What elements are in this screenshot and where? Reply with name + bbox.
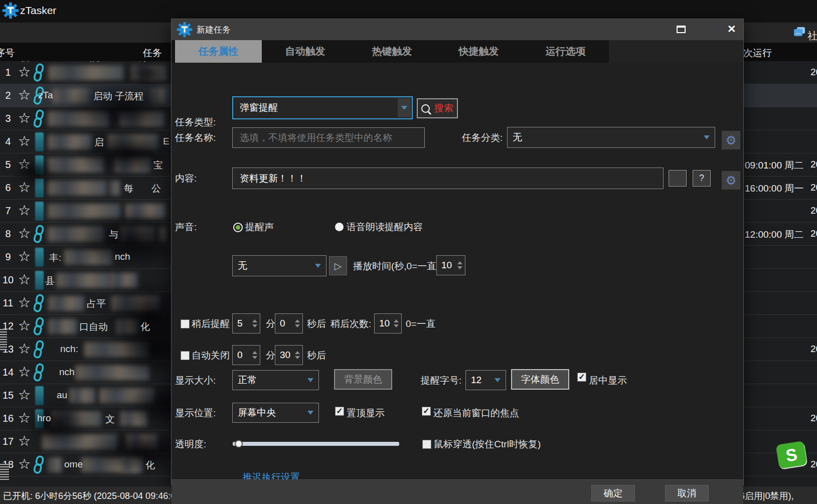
redaction-smudge <box>125 59 171 88</box>
close-icon[interactable]: ✕ <box>727 23 736 35</box>
later-seconds-spinner[interactable]: 0 <box>275 313 303 333</box>
favorite-star-icon[interactable]: ☆ <box>18 202 31 219</box>
community-button-label[interactable]: 社 <box>807 29 817 43</box>
linked-task-chain-icon <box>33 340 44 362</box>
remind-later-checkbox[interactable] <box>181 319 190 328</box>
content-input[interactable] <box>239 173 657 185</box>
spinner-arrows-icon[interactable] <box>252 314 257 333</box>
tray-s-icon[interactable]: S <box>776 441 807 469</box>
cancel-button[interactable]: 取消 <box>665 485 709 501</box>
task-type-color-icon <box>35 271 44 290</box>
left-scrollbar-grip[interactable] <box>0 464 9 480</box>
favorite-star-icon[interactable]: ☆ <box>18 294 31 311</box>
sound-select[interactable]: 无 <box>232 255 326 276</box>
play-time-spinner[interactable]: 10 <box>436 255 465 275</box>
content-extra-button[interactable] <box>669 170 687 187</box>
ztasker-logo-icon <box>2 2 19 19</box>
clipped-date-value: 20 <box>810 67 817 78</box>
favorite-star-icon[interactable]: ☆ <box>18 110 31 126</box>
opacity-slider-thumb[interactable] <box>235 440 243 448</box>
favorite-star-icon[interactable]: ☆ <box>18 317 31 334</box>
spinner-arrows-icon[interactable] <box>295 346 300 365</box>
clipped-date-value: 20 <box>810 459 817 470</box>
play-time-label: 播放时间(秒,0=一直): <box>353 260 442 273</box>
favorite-star-icon[interactable]: ☆ <box>18 87 31 103</box>
dialog-tab[interactable]: 任务属性 <box>175 40 262 63</box>
bg-color-button[interactable]: 背景颜色 <box>334 369 392 390</box>
favorite-star-icon[interactable]: ☆ <box>18 248 31 265</box>
chevron-down-icon <box>704 135 710 139</box>
task-name-fragment: 每 <box>124 182 133 195</box>
display-size-select[interactable]: 正常 <box>232 370 319 390</box>
center-display-checkbox[interactable]: ✓ <box>577 373 586 382</box>
task-category-label: 任务分类: <box>462 131 503 144</box>
display-pos-select[interactable]: 屏幕中央 <box>232 403 319 423</box>
task-name-fragment: 宝 <box>153 159 163 172</box>
content-help-button[interactable]: ? <box>693 170 711 187</box>
later-count-value: 10 <box>379 318 390 329</box>
alert-sound-radio-label[interactable]: 提醒声 <box>245 221 274 234</box>
dialog-tab[interactable]: 快捷触发 <box>435 40 522 63</box>
later-count-spinner[interactable]: 10 <box>374 313 402 333</box>
spinner-arrows-icon[interactable] <box>252 346 257 365</box>
dialog-tab[interactable]: 自动触发 <box>262 40 349 63</box>
favorite-star-icon[interactable]: ☆ <box>18 225 31 242</box>
task-category-value: 无 <box>513 131 522 144</box>
favorite-star-icon[interactable]: ☆ <box>18 133 31 149</box>
column-header-next-run[interactable]: 次运行 <box>743 47 772 60</box>
topmost-label[interactable]: 置顶显示 <box>347 407 385 420</box>
tts-radio-label[interactable]: 语音朗读提醒内容 <box>347 221 423 234</box>
remind-later-label[interactable]: 稍后提醒 <box>192 317 230 330</box>
chevron-down-icon <box>401 106 407 110</box>
favorite-star-icon[interactable]: ☆ <box>18 341 31 357</box>
category-settings-gear-button[interactable]: ⚙ <box>722 131 740 149</box>
auto-close-checkbox[interactable] <box>181 351 190 360</box>
task-type-select[interactable]: 弹窗提醒 <box>232 96 413 119</box>
spinner-arrows-icon[interactable] <box>295 314 300 333</box>
linked-task-chain-icon <box>33 293 44 315</box>
sound-label: 声音: <box>175 221 197 234</box>
column-header-task[interactable]: 任务 <box>143 47 162 60</box>
task-name-fragment: 口自动 <box>79 320 108 333</box>
task-type-dropdown-button[interactable] <box>398 98 411 117</box>
auto-close-label[interactable]: 自动关闭 <box>192 349 230 362</box>
opacity-slider-track[interactable] <box>233 442 399 446</box>
column-header-index[interactable]: 序号 <box>0 47 15 60</box>
later-minutes-spinner[interactable]: 5 <box>232 313 260 333</box>
task-index: 2 <box>0 90 16 101</box>
favorite-star-icon[interactable]: ☆ <box>18 64 31 80</box>
favorite-star-icon[interactable]: ☆ <box>18 456 31 472</box>
autoclose-seconds-spinner[interactable]: 30 <box>275 345 303 365</box>
center-display-label[interactable]: 居中显示 <box>589 374 627 387</box>
favorite-star-icon[interactable]: ☆ <box>18 271 31 288</box>
task-category-select[interactable]: 无 <box>507 127 715 148</box>
autoclose-minutes-spinner[interactable]: 0 <box>232 345 260 365</box>
restore-focus-label[interactable]: 还原当前窗口的焦点 <box>433 407 519 420</box>
restore-focus-checkbox[interactable]: ✓ <box>422 407 431 416</box>
community-chat-icon[interactable]: … <box>794 27 806 39</box>
dialog-tab[interactable]: 运行选项 <box>522 40 609 63</box>
alert-sound-radio[interactable] <box>233 223 243 232</box>
font-color-button[interactable]: 字体颜色 <box>511 369 569 390</box>
tts-radio[interactable] <box>335 223 344 231</box>
play-sound-button[interactable]: ▷ <box>329 256 347 275</box>
content-settings-gear-button[interactable]: ⚙ <box>722 171 740 190</box>
spinner-arrows-icon[interactable] <box>457 256 462 275</box>
topmost-checkbox[interactable]: ✓ <box>335 407 344 416</box>
task-name-input[interactable] <box>239 132 418 144</box>
maximize-restore-icon[interactable] <box>677 26 686 33</box>
later-minutes-value: 5 <box>237 318 243 329</box>
left-scrollbar-grip[interactable] <box>0 329 7 350</box>
dialog-tab[interactable]: 热键触发 <box>349 40 435 63</box>
mouse-through-checkbox[interactable] <box>422 440 431 449</box>
task-name-fragment: 启 <box>94 136 104 149</box>
favorite-star-icon[interactable]: ☆ <box>18 364 31 380</box>
task-index: 1 <box>0 67 16 78</box>
next-run-time: 09:01:00 周二 <box>745 159 803 172</box>
spinner-arrows-icon[interactable] <box>394 314 399 333</box>
font-size-select[interactable]: 12 <box>465 370 506 390</box>
font-size-label: 提醒字号: <box>421 374 461 387</box>
mouse-through-label[interactable]: 鼠标穿透(按住Ctrl时恢复) <box>434 438 541 451</box>
search-task-type-button[interactable]: 搜索 <box>417 98 458 118</box>
ok-button[interactable]: 确定 <box>591 485 635 501</box>
